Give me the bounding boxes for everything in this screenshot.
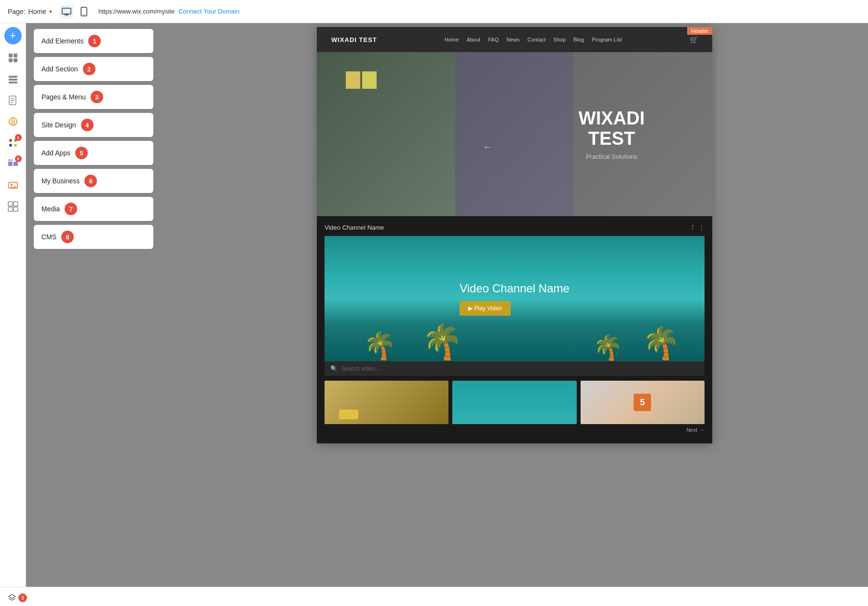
desktop-view-icon[interactable] <box>60 5 73 18</box>
palm-tree-3: 🌴 <box>641 325 680 361</box>
step-badge-8: 8 <box>61 231 74 243</box>
url-bar: https://www.wix.com/mysite Connect Your … <box>98 8 860 15</box>
add-elements-item[interactable]: Add Elements 1 <box>34 29 153 53</box>
sidebar-item-design[interactable] <box>3 112 23 131</box>
my-business-item[interactable]: My Business 6 <box>34 169 153 193</box>
hero-person-mid <box>455 52 574 216</box>
canvas-area: WIXADI TEST Home About FAQ News Contact … <box>161 23 868 587</box>
video-thumbnails: 5 <box>325 376 705 424</box>
step-badge-5: 5 <box>75 147 88 159</box>
chevron-down-icon: ▾ <box>49 8 52 15</box>
hero-subtitle: Practical Solutions <box>579 152 645 160</box>
main-layout: + <box>0 23 868 587</box>
media-item[interactable]: Media 7 <box>34 197 153 221</box>
page-name: Home <box>28 8 46 15</box>
nav-contact[interactable]: Contact <box>528 37 546 42</box>
next-link[interactable]: Next → <box>686 427 705 433</box>
add-elements-label: Add Elements <box>41 37 83 45</box>
thumbnail-3[interactable]: 5 <box>581 381 705 424</box>
sidebar-item-elements[interactable] <box>3 48 23 68</box>
pages-menu-label: Pages & Menu <box>41 93 86 101</box>
cms-item[interactable]: CMS 8 <box>34 225 153 249</box>
step-badge-4: 4 <box>81 119 94 131</box>
svg-rect-8 <box>14 58 17 62</box>
my-business-label: My Business <box>41 177 80 185</box>
video-search-bar: 🔍 Search video... <box>325 361 705 376</box>
thumbnail-1[interactable] <box>325 381 448 424</box>
site-design-item[interactable]: Site Design 4 <box>34 113 153 137</box>
hero-title-line2: TEST <box>588 128 635 149</box>
nav-home[interactable]: Home <box>445 37 459 42</box>
mobile-view-icon[interactable] <box>77 5 91 18</box>
share-icon[interactable]: ⤴ <box>691 224 694 231</box>
sidebar-item-section[interactable] <box>3 69 23 89</box>
video-channel-title: Video Channel Name <box>460 282 570 295</box>
svg-rect-24 <box>11 159 13 161</box>
sidebar-item-apps[interactable]: 1 <box>3 133 23 152</box>
pages-menu-item[interactable]: Pages & Menu 3 <box>34 85 153 109</box>
step-badge-1: 1 <box>88 35 101 47</box>
video-section: Video Channel Name ⤴ ⋮ 🌴 🌴 🌴 🌴 Video Cha… <box>317 216 712 443</box>
add-button[interactable]: + <box>4 27 22 44</box>
nav-about[interactable]: About <box>466 37 480 42</box>
step-badge-3: 3 <box>91 91 103 103</box>
site-design-label: Site Design <box>41 121 76 129</box>
svg-rect-29 <box>8 207 13 211</box>
svg-rect-10 <box>9 79 17 81</box>
nav-program-list[interactable]: Program List <box>592 37 622 42</box>
thumbnail-number: 5 <box>634 394 651 411</box>
thumbnail-2[interactable] <box>452 381 576 424</box>
svg-rect-7 <box>9 58 13 62</box>
svg-rect-9 <box>9 76 17 78</box>
site-header: WIXADI TEST Home About FAQ News Contact … <box>317 27 712 52</box>
sidebar-icons: + <box>0 23 26 587</box>
nav-faq[interactable]: FAQ <box>488 37 499 42</box>
hero-overlay: WIXADI TEST Practical Solutions <box>579 109 645 160</box>
page-label: Page: <box>8 8 26 15</box>
add-section-label: Add Section <box>41 65 78 73</box>
play-button-label: ▶ Play Video <box>468 305 502 312</box>
step-badge-7: 7 <box>65 203 77 215</box>
add-apps-item[interactable]: Add Apps 5 <box>34 141 153 165</box>
nav-news[interactable]: News <box>506 37 520 42</box>
layers-button[interactable]: 9 <box>8 593 27 602</box>
svg-rect-6 <box>14 54 17 57</box>
cms-label: CMS <box>41 233 56 241</box>
cart-icon[interactable]: 🛒 <box>690 36 698 43</box>
sidebar-item-business[interactable]: 2 <box>3 154 23 174</box>
url-text: https://www.wix.com/mysite <box>98 8 175 15</box>
svg-rect-23 <box>8 159 10 161</box>
next-label: Next <box>686 427 697 433</box>
add-section-item[interactable]: Add Section 2 <box>34 57 153 81</box>
sidebar-item-pages[interactable] <box>3 91 23 110</box>
postit-2 <box>362 71 377 89</box>
svg-point-4 <box>83 14 84 15</box>
svg-rect-11 <box>9 82 17 83</box>
palm-tree-1: 🌴 <box>363 330 396 361</box>
page-selector[interactable]: Page: Home ▾ <box>8 8 52 15</box>
play-video-button[interactable]: ▶ Play Video <box>460 301 511 316</box>
website-preview: WIXADI TEST Home About FAQ News Contact … <box>317 27 712 443</box>
hero-title: WIXADI TEST <box>579 109 645 149</box>
more-icon[interactable]: ⋮ <box>698 224 705 231</box>
add-apps-label: Add Apps <box>41 149 70 157</box>
hero-image: → <box>317 52 712 216</box>
layers-badge: 9 <box>18 593 27 602</box>
svg-rect-0 <box>62 8 71 14</box>
video-header: Video Channel Name ⤴ ⋮ <box>325 224 705 231</box>
sidebar-item-media[interactable] <box>3 176 23 195</box>
sidebar-item-cms[interactable] <box>3 197 23 216</box>
video-main[interactable]: 🌴 🌴 🌴 🌴 Video Channel Name ▶ Play Video <box>325 236 705 361</box>
connect-domain-link[interactable]: Connect Your Domain <box>178 8 239 15</box>
next-arrow-icon: → <box>699 427 705 433</box>
svg-rect-5 <box>9 54 13 57</box>
video-channel-name: Video Channel Name <box>325 224 384 231</box>
postit-container <box>346 71 377 89</box>
svg-point-17 <box>9 139 12 142</box>
nav-shop[interactable]: Shop <box>554 37 566 42</box>
postit-1 <box>346 71 360 89</box>
nav-blog[interactable]: Blog <box>573 37 584 42</box>
video-overlay-text: Video Channel Name ▶ Play Video <box>460 282 570 316</box>
search-icon: 🔍 <box>330 365 338 372</box>
palm-tree-4: 🌴 <box>593 333 623 361</box>
